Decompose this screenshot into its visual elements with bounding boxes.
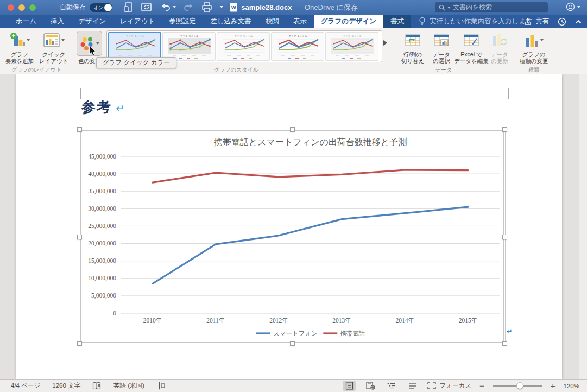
tab-design[interactable]: デザイン [71, 15, 113, 28]
svg-text:グラフ タイトル: グラフ タイトル [180, 34, 198, 37]
autosave-label: 自動保存 [60, 3, 86, 12]
change-chart-type-button[interactable]: グラフの 種類の変更 [516, 31, 552, 64]
feedback-caret[interactable] [577, 6, 580, 8]
crop-mark-right [508, 88, 518, 99]
edit-data-in-excel-icon [464, 33, 479, 47]
word-count-indicator[interactable]: 1260 文字 [52, 382, 80, 390]
save-sync-icon[interactable] [141, 2, 153, 12]
window-controls [8, 4, 36, 11]
document-page[interactable]: 参考 ↵ 05,000,00010,000,00015,000,00020,00… [16, 74, 562, 379]
print-icon[interactable] [201, 2, 212, 12]
tab-home[interactable]: ホーム [9, 15, 43, 28]
resize-handle-sw[interactable] [77, 341, 82, 346]
change-chart-type-icon [525, 33, 539, 48]
svg-text:携帯電話: 携帯電話 [340, 330, 365, 337]
svg-text:2015年: 2015年 [459, 317, 478, 324]
search-input[interactable]: 文書内を検索 [435, 2, 548, 12]
edit-data-in-excel-button[interactable]: Excel で データを編集 [454, 31, 489, 64]
svg-text:25,000,000: 25,000,000 [88, 223, 116, 230]
chart-object[interactable]: 05,000,00010,000,00015,000,00020,000,000… [80, 130, 504, 343]
resize-handle-e[interactable] [502, 235, 507, 239]
tab-view[interactable]: 表示 [286, 15, 314, 28]
text-selection-mode-icon[interactable] [156, 382, 165, 390]
save-location-label: — OneDrive に保存 [295, 3, 357, 12]
quick-layout-label: クイック レイアウト [39, 51, 68, 64]
add-chart-element-button[interactable]: グラフ 要素を追加 [3, 31, 36, 64]
change-chart-type-label: グラフの 種類の変更 [520, 51, 548, 64]
draft-view-button[interactable] [406, 381, 419, 391]
search-scope-caret[interactable] [447, 7, 451, 9]
zoom-in-button[interactable]: + [551, 382, 556, 390]
quick-layout-button[interactable]: クイック レイアウト [37, 31, 71, 64]
feedback-smiley-icon[interactable] [566, 2, 575, 11]
collapse-ribbon-chevron-icon[interactable] [575, 20, 582, 24]
toggle-knob [104, 4, 112, 11]
svg-text:W: W [231, 5, 236, 10]
minimize-window-button[interactable] [18, 4, 25, 11]
ribbon-tabs: ホーム挿入デザインレイアウト参照設定差し込み文書校閲表示グラフのデザイン書式 [0, 15, 411, 28]
zoom-level-indicator[interactable]: 120% [564, 383, 579, 389]
tab-review[interactable]: 校閲 [258, 15, 286, 28]
tell-me-hint: 実行したい作業内容を入力します [430, 17, 533, 26]
refresh-data-button: データ の更新 [488, 31, 511, 64]
page-count-indicator[interactable]: 4/4 ページ [11, 382, 40, 390]
web-layout-view-button[interactable] [364, 381, 377, 391]
chart-style-thumb-3[interactable]: グラフ タイトル [217, 32, 270, 61]
chart-style-thumb-5[interactable]: グラフ タイトル [325, 32, 378, 61]
resize-handle-se[interactable] [502, 341, 507, 346]
proofing-errors-icon[interactable] [92, 382, 102, 390]
tab-mailings[interactable]: 差し込み文書 [203, 15, 258, 28]
resize-handle-n[interactable] [290, 127, 295, 132]
switch-row-column-icon [405, 33, 420, 47]
resize-handle-nw[interactable] [77, 127, 82, 132]
svg-text:2011年: 2011年 [206, 317, 225, 324]
change-colors-caret[interactable] [96, 42, 99, 45]
add-chart-element-caret[interactable] [27, 39, 30, 41]
data-group-label: データ [416, 66, 471, 74]
tab-references[interactable]: 参照設定 [162, 15, 203, 28]
zoom-out-button[interactable]: − [479, 382, 484, 390]
tab-layout[interactable]: レイアウト [113, 15, 162, 28]
tell-me-assistant[interactable]: 実行したい作業内容を入力します [419, 15, 533, 28]
gallery-scroll-right-arrow[interactable] [383, 40, 387, 46]
redo-button[interactable] [184, 2, 194, 12]
focus-mode-button[interactable]: フォーカス [427, 382, 471, 390]
tab-format[interactable]: 書式 [383, 15, 411, 28]
select-data-button[interactable]: データ の選択 [428, 31, 455, 64]
resize-handle-w[interactable] [77, 235, 82, 239]
chart-style-thumb-4[interactable]: グラフ タイトル [271, 32, 324, 61]
document-canvas[interactable]: 参考 ↵ 05,000,00010,000,00015,000,00020,00… [0, 74, 587, 379]
language-indicator[interactable]: 英語 (米国) [113, 382, 144, 390]
select-data-icon [434, 33, 449, 47]
close-window-button[interactable] [8, 4, 14, 11]
lightbulb-icon [419, 17, 426, 26]
customize-quick-access-caret[interactable] [220, 6, 223, 8]
svg-text:10,000,000: 10,000,000 [88, 275, 116, 282]
svg-text:グラフ タイトル: グラフ タイトル [343, 34, 361, 37]
autosave-toggle[interactable]: オン [90, 3, 112, 12]
new-document-icon[interactable] [124, 2, 133, 12]
tab-insert[interactable]: 挿入 [43, 15, 71, 28]
ribbon: グラフ 要素を追加 クイック レイアウト グラフのレイアウト 色の変更 グラフ … [0, 28, 587, 74]
undo-button[interactable] [160, 2, 176, 12]
refresh-data-icon [492, 33, 507, 47]
resize-handle-s[interactable] [290, 341, 295, 346]
zoom-window-button[interactable] [29, 4, 36, 11]
undo-dropdown-caret[interactable] [173, 6, 176, 8]
vertical-scrollbar[interactable] [579, 74, 587, 379]
zoom-slider[interactable] [493, 382, 542, 389]
tab-chart-design[interactable]: グラフのデザイン [314, 15, 383, 28]
change-chart-type-caret[interactable] [540, 39, 544, 41]
history-clock-icon[interactable] [558, 17, 566, 26]
zoom-slider-knob[interactable] [516, 382, 523, 389]
share-button[interactable]: 共有 [524, 17, 549, 26]
focus-mode-icon [427, 382, 436, 389]
title-bar: 自動保存 オン W sample28.docx — OneDrive に保存 文… [0, 0, 587, 15]
resize-handle-ne[interactable] [502, 127, 507, 132]
print-layout-view-button[interactable] [343, 381, 356, 391]
outline-view-button[interactable] [385, 381, 398, 391]
switch-row-column-button[interactable]: 行/列の 切り替え [398, 31, 427, 64]
quick-layout-caret[interactable] [61, 39, 65, 41]
word-doc-icon: W [229, 3, 237, 12]
chart-quick-colors-tooltip: グラフ クイック カラー [96, 57, 176, 68]
